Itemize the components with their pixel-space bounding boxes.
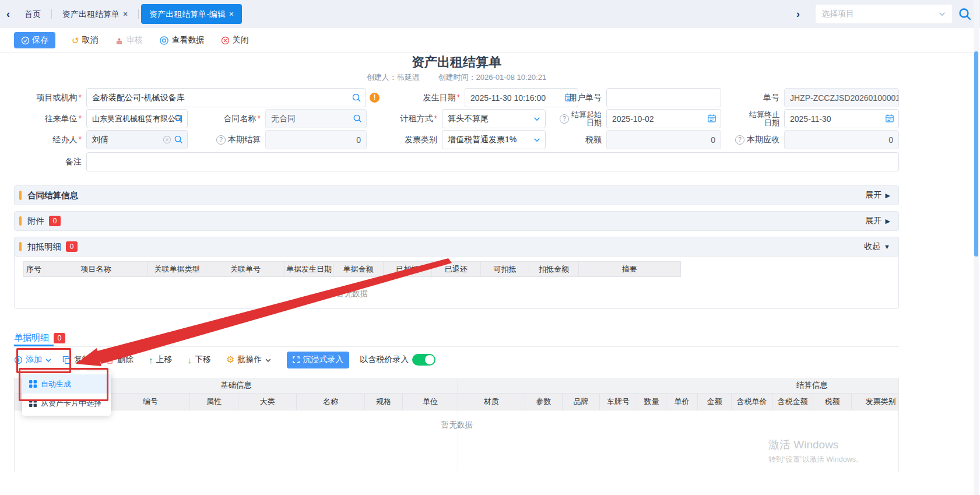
column-header[interactable]: 税额 — [813, 394, 852, 410]
column-header[interactable]: 扣抵金额 — [529, 261, 579, 277]
close-tab-icon[interactable]: × — [229, 9, 234, 19]
menu-item-from-asset-card[interactable]: 从资产卡片中选择 — [22, 394, 111, 413]
settle-end-input[interactable]: 2025-11-30 — [784, 109, 899, 128]
invoice-type-select[interactable]: 增值税普通发票1% — [442, 130, 546, 149]
plus-circle-icon — [14, 356, 23, 364]
contract-name-input[interactable]: 无合同 — [265, 109, 367, 128]
search-icon[interactable] — [353, 114, 362, 123]
column-header[interactable]: 属性 — [190, 394, 238, 410]
close-tab-icon[interactable]: × — [123, 9, 128, 19]
column-header[interactable]: 编号 — [111, 394, 190, 410]
chevron-down-icon[interactable] — [533, 136, 541, 144]
chevron-down-icon[interactable] — [533, 115, 541, 123]
tax-price-toggle[interactable] — [412, 354, 435, 366]
field-value: 0 — [711, 135, 715, 145]
delete-button[interactable]: 删除 — [106, 354, 134, 365]
field-value: 无合同 — [271, 114, 296, 124]
grid-icon — [29, 380, 37, 388]
column-header[interactable]: 关联单号 — [206, 261, 285, 277]
column-header[interactable]: 单据发生日期 — [285, 261, 333, 277]
search-icon[interactable] — [174, 135, 183, 144]
copy-button[interactable]: 复制 — [62, 354, 90, 365]
detail-group-header: 基础信息 结算信息 — [15, 378, 899, 394]
add-label: 添加 — [26, 354, 42, 365]
column-header[interactable]: 参数 — [525, 394, 563, 410]
menu-item-auto-generate[interactable]: 自动生成 — [22, 374, 111, 394]
column-header[interactable]: 单价 — [666, 394, 698, 410]
column-header[interactable]: 摘要 — [579, 261, 681, 277]
column-header[interactable]: 关联单据类型 — [148, 261, 206, 277]
column-header[interactable]: 车牌号 — [600, 394, 637, 410]
project-org-input[interactable]: 金桥装配公司-机械设备库 — [86, 88, 366, 107]
chevron-down-icon — [265, 357, 272, 364]
field-counterpart: 往来单位 山东昊宜机械租赁有限公司 — [14, 110, 188, 128]
tabs-scroll-left-icon[interactable]: ‹ — [0, 8, 16, 20]
column-header[interactable]: 大类 — [238, 394, 297, 410]
batch-operation-button[interactable]: ⚙ 批操作 — [226, 354, 272, 365]
section-title: 附件 — [27, 216, 44, 227]
global-search-icon[interactable] — [958, 7, 972, 21]
settle-start-input[interactable]: 2025-10-02 — [606, 109, 721, 128]
column-header[interactable]: 项目名称 — [44, 261, 148, 277]
tab-settlement-edit[interactable]: 资产出租结算单-编辑× — [141, 4, 242, 24]
column-header[interactable]: 材质 — [458, 394, 525, 410]
column-header[interactable]: 含税单价 — [732, 394, 772, 410]
search-icon[interactable] — [352, 93, 361, 103]
section-attachments[interactable]: 附件 0 展开▶ — [14, 211, 899, 231]
column-header[interactable]: 序号 — [23, 261, 44, 277]
cancel-button[interactable]: ↺ 取消 — [72, 35, 99, 45]
save-button[interactable]: 保存 — [14, 32, 55, 48]
column-header[interactable]: 已扣抵 — [384, 261, 432, 277]
vertical-scrollbar[interactable] — [974, 0, 979, 495]
tab-home[interactable]: 首页 — [16, 4, 49, 24]
audit-button[interactable]: 审核 — [115, 35, 143, 45]
project-select[interactable]: 选择项目 — [816, 5, 952, 23]
section-accent — [19, 242, 22, 251]
column-header[interactable]: 名称 — [297, 394, 365, 410]
expand-toggle[interactable]: 展开▶ — [866, 216, 890, 226]
created-time-text: 创建时间：2026-01-08 10:20:21 — [438, 73, 546, 82]
field-value: 算头不算尾 — [448, 114, 489, 124]
field-label: 合同名称 — [224, 114, 261, 124]
column-header[interactable]: 数量 — [637, 394, 666, 410]
field-user-no: 用户单号 — [548, 89, 721, 107]
section-deduction[interactable]: 扣抵明细 0 收起▼ — [14, 237, 899, 257]
tab-settlement-list[interactable]: 资产出租结算单× — [54, 4, 136, 24]
column-header[interactable]: 已退还 — [432, 261, 481, 277]
view-data-button[interactable]: 查看数据 — [159, 35, 205, 45]
expand-toggle[interactable]: 展开▶ — [866, 190, 890, 201]
handler-input[interactable]: 刘倩 — [86, 130, 188, 149]
clear-icon[interactable] — [163, 135, 171, 144]
field-settle-end: 结算终止日期 2025-11-30 — [723, 110, 899, 128]
watermark-line2: 转到“设置”以激活 Windows。 — [768, 455, 863, 465]
immersive-entry-button[interactable]: 沉浸式录入 — [287, 352, 349, 368]
rent-method-select[interactable]: 算头不算尾 — [442, 109, 546, 128]
column-header[interactable]: 规格 — [365, 394, 403, 410]
count-badge: 0 — [49, 216, 61, 226]
calendar-icon[interactable] — [707, 114, 716, 123]
user-no-input[interactable] — [606, 88, 721, 107]
search-icon[interactable] — [174, 114, 183, 123]
field-label: 用户单号 — [569, 93, 602, 103]
move-up-button[interactable]: ↑ 上移 — [149, 354, 173, 365]
move-down-button[interactable]: ↓ 下移 — [188, 354, 212, 365]
tabs-scroll-right-icon[interactable]: › — [790, 8, 806, 20]
calendar-icon[interactable] — [885, 114, 894, 123]
column-header[interactable]: 含税金额 — [772, 394, 813, 410]
counterpart-input[interactable]: 山东昊宜机械租赁有限公司 — [86, 109, 188, 128]
column-header[interactable]: 发票类别 — [852, 394, 899, 410]
collapse-toggle[interactable]: 收起▼ — [864, 241, 890, 252]
column-header[interactable]: 金额 — [698, 394, 732, 410]
column-header[interactable]: 单位 — [403, 394, 458, 410]
section-contract-info[interactable]: 合同结算信息 展开▶ — [14, 185, 899, 205]
column-header[interactable]: 单据金额 — [333, 261, 384, 277]
current-receivable-input: 0 — [784, 130, 899, 149]
column-header[interactable]: 可扣抵 — [481, 261, 529, 277]
scrollbar-thumb[interactable] — [974, 51, 978, 257]
column-header[interactable]: 品牌 — [563, 394, 600, 410]
field-value: 0 — [356, 135, 361, 145]
tab-detail-lines[interactable]: 单据明细 0 — [14, 332, 65, 343]
remark-input[interactable] — [86, 152, 899, 171]
add-button[interactable]: 添加 — [14, 354, 52, 365]
close-button[interactable]: 关闭 — [221, 35, 249, 45]
